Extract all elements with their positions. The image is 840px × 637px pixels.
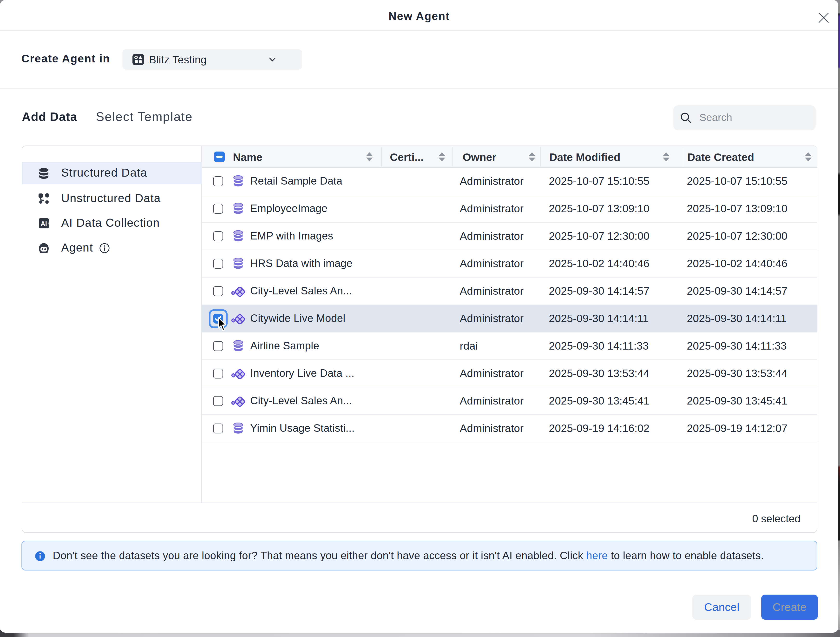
svg-text:AI: AI (41, 220, 47, 227)
